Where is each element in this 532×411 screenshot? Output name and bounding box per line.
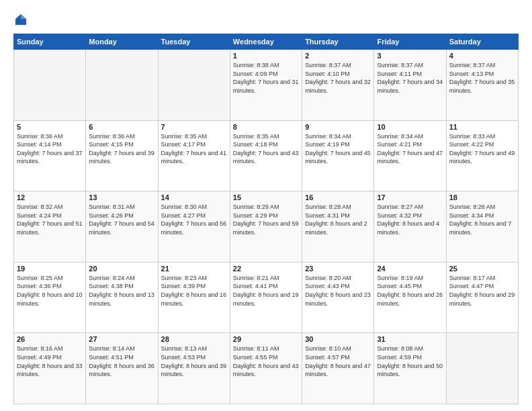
day-number: 21 bbox=[161, 265, 227, 273]
day-number: 25 bbox=[449, 265, 515, 273]
calendar-cell: 4 Sunrise: 8:37 AM Sunset: 4:13 PM Dayli… bbox=[446, 50, 518, 121]
calendar-cell: 8 Sunrise: 8:35 AM Sunset: 4:18 PM Dayli… bbox=[230, 120, 302, 191]
calendar-week-row: 12 Sunrise: 8:32 AM Sunset: 4:24 PM Dayl… bbox=[14, 191, 519, 263]
daylight-text: Daylight: 8 hours and 47 minutes. bbox=[305, 363, 371, 378]
calendar-cell: 31 Sunrise: 8:08 AM Sunset: 4:59 PM Dayl… bbox=[374, 333, 446, 404]
day-info: Sunrise: 8:29 AM Sunset: 4:29 PM Dayligh… bbox=[233, 203, 299, 236]
sunrise-text: Sunrise: 8:10 AM bbox=[305, 345, 351, 352]
day-number: 1 bbox=[233, 52, 299, 60]
calendar-cell: 18 Sunrise: 8:26 AM Sunset: 4:34 PM Dayl… bbox=[446, 191, 518, 263]
daylight-text: Daylight: 7 hours and 39 minutes. bbox=[89, 150, 154, 165]
calendar-cell: 3 Sunrise: 8:37 AM Sunset: 4:11 PM Dayli… bbox=[374, 50, 446, 121]
sunrise-text: Sunrise: 8:14 AM bbox=[89, 345, 135, 352]
sunrise-text: Sunrise: 8:13 AM bbox=[161, 345, 208, 352]
sunset-text: Sunset: 4:55 PM bbox=[233, 354, 278, 361]
day-info: Sunrise: 8:26 AM Sunset: 4:34 PM Dayligh… bbox=[449, 203, 515, 236]
day-info: Sunrise: 8:31 AM Sunset: 4:26 PM Dayligh… bbox=[89, 203, 154, 236]
daylight-text: Daylight: 8 hours and 13 minutes. bbox=[89, 291, 154, 307]
sunset-text: Sunset: 4:34 PM bbox=[449, 212, 494, 219]
day-number: 27 bbox=[89, 335, 154, 343]
sunset-text: Sunset: 4:22 PM bbox=[449, 141, 494, 148]
sunrise-text: Sunrise: 8:24 AM bbox=[89, 275, 135, 281]
day-number: 14 bbox=[161, 193, 227, 201]
logo-icon bbox=[13, 12, 28, 27]
sunrise-text: Sunrise: 8:19 AM bbox=[377, 275, 423, 281]
sunset-text: Sunset: 4:51 PM bbox=[89, 354, 134, 361]
sunrise-text: Sunrise: 8:21 AM bbox=[233, 275, 279, 281]
sunrise-text: Sunrise: 8:34 AM bbox=[305, 133, 351, 140]
calendar-cell bbox=[446, 333, 518, 404]
day-number: 13 bbox=[89, 193, 154, 201]
sunset-text: Sunset: 4:26 PM bbox=[89, 212, 134, 219]
day-info: Sunrise: 8:16 AM Sunset: 4:49 PM Dayligh… bbox=[17, 345, 83, 378]
calendar-cell: 22 Sunrise: 8:21 AM Sunset: 4:41 PM Dayl… bbox=[230, 262, 302, 333]
daylight-text: Daylight: 7 hours and 41 minutes. bbox=[161, 150, 227, 165]
sunrise-text: Sunrise: 8:27 AM bbox=[377, 203, 423, 210]
day-number: 9 bbox=[305, 123, 371, 131]
calendar-week-row: 19 Sunrise: 8:25 AM Sunset: 4:36 PM Dayl… bbox=[14, 262, 519, 333]
sunrise-text: Sunrise: 8:32 AM bbox=[17, 203, 63, 210]
sunrise-text: Sunrise: 8:17 AM bbox=[449, 275, 496, 281]
sunset-text: Sunset: 4:19 PM bbox=[305, 141, 350, 148]
calendar-cell: 11 Sunrise: 8:33 AM Sunset: 4:22 PM Dayl… bbox=[446, 120, 518, 191]
day-info: Sunrise: 8:24 AM Sunset: 4:38 PM Dayligh… bbox=[89, 274, 154, 308]
day-number: 28 bbox=[161, 335, 227, 343]
day-info: Sunrise: 8:36 AM Sunset: 4:14 PM Dayligh… bbox=[17, 132, 83, 166]
calendar-cell bbox=[86, 50, 158, 121]
day-number: 12 bbox=[17, 193, 83, 201]
sunset-text: Sunset: 4:47 PM bbox=[449, 283, 494, 289]
sunrise-text: Sunrise: 8:33 AM bbox=[449, 133, 496, 140]
calendar-cell: 7 Sunrise: 8:35 AM Sunset: 4:17 PM Dayli… bbox=[158, 120, 230, 191]
calendar-cell: 10 Sunrise: 8:34 AM Sunset: 4:21 PM Dayl… bbox=[374, 120, 446, 191]
sunset-text: Sunset: 4:32 PM bbox=[377, 212, 422, 219]
day-number: 5 bbox=[17, 123, 83, 131]
weekday-header: Saturday bbox=[446, 34, 518, 50]
sunrise-text: Sunrise: 8:37 AM bbox=[377, 62, 423, 68]
sunrise-text: Sunrise: 8:37 AM bbox=[449, 62, 496, 68]
calendar-cell: 1 Sunrise: 8:38 AM Sunset: 4:09 PM Dayli… bbox=[230, 50, 302, 121]
sunrise-text: Sunrise: 8:25 AM bbox=[17, 275, 63, 281]
daylight-text: Daylight: 7 hours and 49 minutes. bbox=[449, 150, 515, 165]
weekday-header: Thursday bbox=[302, 34, 374, 50]
daylight-text: Daylight: 8 hours and 39 minutes. bbox=[161, 363, 227, 378]
day-info: Sunrise: 8:34 AM Sunset: 4:21 PM Dayligh… bbox=[377, 132, 443, 166]
calendar-cell: 27 Sunrise: 8:14 AM Sunset: 4:51 PM Dayl… bbox=[86, 333, 158, 404]
sunrise-text: Sunrise: 8:16 AM bbox=[17, 345, 63, 352]
calendar-week-row: 26 Sunrise: 8:16 AM Sunset: 4:49 PM Dayl… bbox=[14, 333, 519, 404]
day-info: Sunrise: 8:08 AM Sunset: 4:59 PM Dayligh… bbox=[377, 345, 443, 378]
day-info: Sunrise: 8:17 AM Sunset: 4:47 PM Dayligh… bbox=[449, 274, 515, 308]
day-info: Sunrise: 8:25 AM Sunset: 4:36 PM Dayligh… bbox=[17, 274, 83, 308]
sunrise-text: Sunrise: 8:34 AM bbox=[377, 133, 423, 140]
day-number: 15 bbox=[233, 193, 299, 201]
day-number: 23 bbox=[305, 265, 371, 273]
daylight-text: Daylight: 8 hours and 43 minutes. bbox=[233, 363, 299, 378]
sunset-text: Sunset: 4:39 PM bbox=[161, 283, 206, 289]
svg-marker-1 bbox=[21, 14, 26, 19]
sunset-text: Sunset: 4:11 PM bbox=[377, 71, 422, 77]
daylight-text: Daylight: 7 hours and 34 minutes. bbox=[377, 79, 443, 94]
day-info: Sunrise: 8:27 AM Sunset: 4:32 PM Dayligh… bbox=[377, 203, 443, 236]
day-info: Sunrise: 8:37 AM Sunset: 4:11 PM Dayligh… bbox=[377, 61, 443, 95]
sunset-text: Sunset: 4:59 PM bbox=[377, 354, 422, 361]
sunrise-text: Sunrise: 8:08 AM bbox=[377, 345, 423, 352]
calendar-cell: 25 Sunrise: 8:17 AM Sunset: 4:47 PM Dayl… bbox=[446, 262, 518, 333]
day-info: Sunrise: 8:30 AM Sunset: 4:27 PM Dayligh… bbox=[161, 203, 227, 236]
day-number: 18 bbox=[449, 193, 515, 201]
calendar-cell: 2 Sunrise: 8:37 AM Sunset: 4:10 PM Dayli… bbox=[302, 50, 374, 121]
calendar-cell: 26 Sunrise: 8:16 AM Sunset: 4:49 PM Dayl… bbox=[14, 333, 86, 404]
daylight-text: Daylight: 7 hours and 56 minutes. bbox=[161, 220, 227, 236]
calendar-cell: 20 Sunrise: 8:24 AM Sunset: 4:38 PM Dayl… bbox=[86, 262, 158, 333]
calendar-cell: 24 Sunrise: 8:19 AM Sunset: 4:45 PM Dayl… bbox=[374, 262, 446, 333]
sunset-text: Sunset: 4:53 PM bbox=[161, 354, 206, 361]
sunrise-text: Sunrise: 8:35 AM bbox=[233, 133, 279, 140]
sunset-text: Sunset: 4:49 PM bbox=[17, 354, 62, 361]
daylight-text: Daylight: 7 hours and 43 minutes. bbox=[233, 150, 299, 165]
day-info: Sunrise: 8:10 AM Sunset: 4:57 PM Dayligh… bbox=[305, 345, 371, 378]
daylight-text: Daylight: 8 hours and 23 minutes. bbox=[305, 291, 371, 307]
sunrise-text: Sunrise: 8:26 AM bbox=[449, 203, 496, 210]
daylight-text: Daylight: 8 hours and 50 minutes. bbox=[377, 363, 443, 378]
day-info: Sunrise: 8:21 AM Sunset: 4:41 PM Dayligh… bbox=[233, 274, 299, 308]
sunset-text: Sunset: 4:43 PM bbox=[305, 283, 350, 289]
day-number: 30 bbox=[305, 335, 371, 343]
daylight-text: Daylight: 7 hours and 54 minutes. bbox=[89, 220, 154, 236]
